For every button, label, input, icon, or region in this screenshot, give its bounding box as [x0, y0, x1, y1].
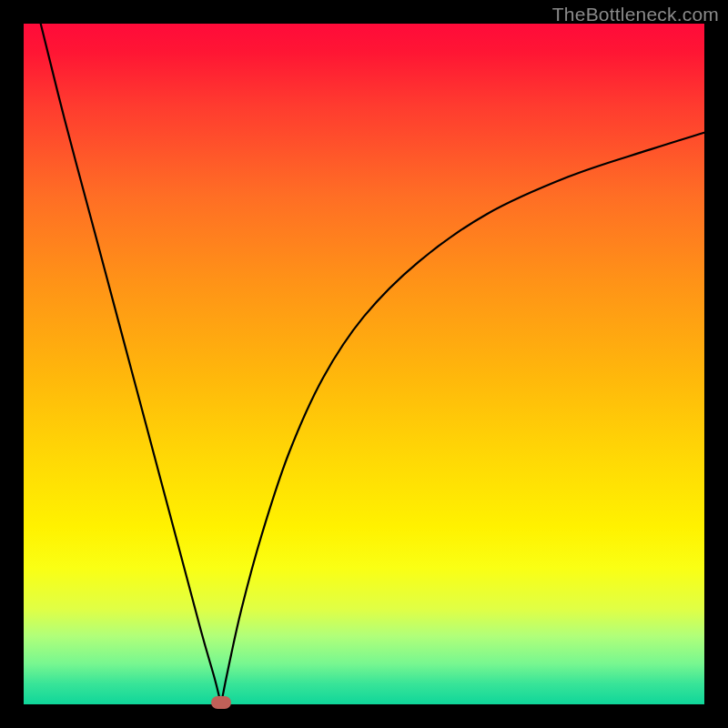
watermark-text: TheBottleneck.com — [552, 4, 719, 25]
curve-left-branch — [41, 24, 221, 704]
bottleneck-curve — [24, 24, 704, 704]
optimum-marker — [211, 696, 231, 709]
curve-right-branch — [221, 133, 704, 704]
chart-frame: TheBottleneck.com — [0, 0, 728, 728]
